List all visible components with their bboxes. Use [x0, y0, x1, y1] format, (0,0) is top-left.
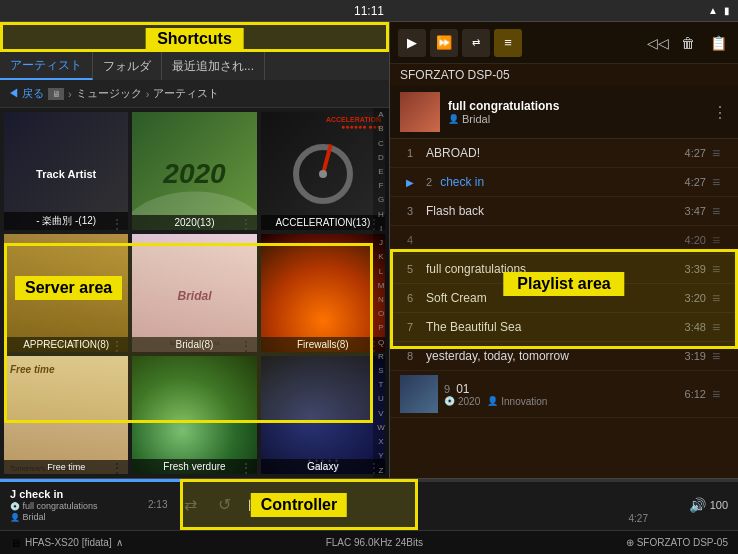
- alpha-h[interactable]: H: [378, 211, 384, 219]
- ctrl-pause-btn[interactable]: ⏸: [277, 490, 307, 520]
- track-num-5: 5: [400, 263, 420, 275]
- album-card-bridal[interactable]: Bridal full congratulations ⋮ Bridal(8): [132, 234, 256, 352]
- now-playing-artist: 👤 Bridal: [448, 113, 704, 125]
- track-num-7: 7: [400, 321, 420, 333]
- track-9-num-title: 9 01: [444, 382, 665, 396]
- track-item-6[interactable]: 6 Soft Cream 3:20 ≡: [390, 284, 738, 313]
- ctrl-time-current: 2:13: [148, 499, 167, 510]
- alpha-g[interactable]: G: [378, 196, 384, 204]
- ctrl-repeat-btn[interactable]: ↺: [209, 490, 239, 520]
- now-playing-menu[interactable]: ⋮: [712, 103, 728, 122]
- wifi-icon: ▲: [708, 5, 718, 16]
- tab-recent[interactable]: 最近追加され...: [162, 52, 265, 80]
- track-item-1[interactable]: 1 ABROAD! 4:27 ≡: [390, 139, 738, 168]
- track-title-1: ABROAD!: [426, 146, 665, 160]
- now-playing-info: full congratulations 👤 Bridal: [448, 99, 704, 125]
- ctrl-next-btn[interactable]: ⏭: [311, 490, 341, 520]
- ctrl-album-name: 💿 full congratulations: [10, 501, 140, 511]
- clipboard-icon-btn[interactable]: 📋: [706, 31, 730, 55]
- track-9-art-row: 9 01 💿 2020 👤 Innovation 6:12 ≡: [400, 375, 728, 413]
- alpha-y[interactable]: Y: [378, 452, 383, 460]
- shuffle-button[interactable]: ⇄: [462, 29, 490, 57]
- controller: J check in 💿 full congratulations 👤 Brid…: [0, 478, 738, 530]
- rewind-icon-btn[interactable]: ◁◁: [646, 31, 670, 55]
- menu-list-button[interactable]: ≡: [494, 29, 522, 57]
- album-card-freetime[interactable]: Free time Tomorrow's schedule ⋮ Free tim…: [4, 356, 128, 474]
- album-card-fresh[interactable]: ⋮ Fresh verdure: [132, 356, 256, 474]
- alpha-f[interactable]: F: [379, 182, 384, 190]
- status-bar: 🖥 HFAS-XS20 [fidata] ∧ FLAC 96.0KHz 24Bi…: [0, 530, 738, 554]
- alpha-r[interactable]: R: [378, 353, 384, 361]
- alpha-t[interactable]: T: [379, 381, 384, 389]
- status-format: FLAC 96.0KHz 24Bits: [326, 537, 423, 548]
- alpha-z[interactable]: Z: [379, 467, 384, 475]
- track-item-5[interactable]: 5 full congratulations 3:39 ≡: [390, 255, 738, 284]
- album-label-freetime: Free time: [4, 460, 128, 474]
- album-label-galaxy: Galaxy: [261, 459, 385, 474]
- alpha-j[interactable]: J: [379, 239, 383, 247]
- alpha-d[interactable]: D: [378, 154, 384, 162]
- alpha-a[interactable]: A: [378, 111, 383, 119]
- ctrl-shuffle-btn[interactable]: ⇄: [175, 490, 205, 520]
- delete-icon-btn[interactable]: 🗑: [676, 31, 700, 55]
- progress-bar[interactable]: [0, 479, 738, 482]
- alpha-u[interactable]: U: [378, 395, 384, 403]
- track-item-2[interactable]: ▶ 2 check in 4:27 ≡: [390, 168, 738, 197]
- track-menu-8[interactable]: ≡: [712, 348, 728, 364]
- status-expand-icon[interactable]: ∧: [116, 537, 123, 548]
- alpha-m[interactable]: M: [378, 282, 385, 290]
- album-card-appreciation[interactable]: APPRECIATION ⋮ APPRECIATION(8): [4, 234, 128, 352]
- alpha-k[interactable]: K: [378, 253, 383, 261]
- track-menu-5[interactable]: ≡: [712, 261, 728, 277]
- track-menu-2[interactable]: ≡: [712, 174, 728, 190]
- track-item-7[interactable]: 7 The Beautiful Sea 3:48 ≡: [390, 313, 738, 342]
- album-card-track-artist[interactable]: Track Artist ⋮ - 楽曲別 -(12): [4, 112, 128, 230]
- breadcrumb-sep-2: ›: [146, 88, 150, 100]
- progress-fill: [0, 479, 332, 482]
- alpha-c[interactable]: C: [378, 140, 384, 148]
- album-card-galaxy[interactable]: Galaxy ✦ ✦ ✦ ✦ ✦ ⋮ Galaxy: [261, 356, 385, 474]
- alpha-l[interactable]: L: [379, 268, 383, 276]
- track-item-9[interactable]: 9 01 💿 2020 👤 Innovation 6:12 ≡: [390, 371, 738, 418]
- tab-folder[interactable]: フォルダ: [93, 52, 162, 80]
- alpha-i[interactable]: I: [380, 225, 382, 233]
- playing-track-index: 2: [426, 176, 432, 188]
- ctrl-track-name: J check in: [10, 488, 140, 500]
- breadcrumb-artist[interactable]: アーティスト: [153, 86, 219, 101]
- track-menu-4[interactable]: ≡: [712, 232, 728, 248]
- alpha-q[interactable]: Q: [378, 339, 384, 347]
- track-menu-6[interactable]: ≡: [712, 290, 728, 306]
- alpha-b[interactable]: B: [378, 125, 383, 133]
- alpha-x[interactable]: X: [378, 438, 383, 446]
- alpha-e[interactable]: E: [378, 168, 383, 176]
- track-dur-5: 3:39: [671, 263, 706, 275]
- tab-artist[interactable]: アーティスト: [0, 52, 93, 80]
- track-menu-3[interactable]: ≡: [712, 203, 728, 219]
- alpha-p[interactable]: P: [378, 324, 383, 332]
- alpha-o[interactable]: O: [378, 310, 384, 318]
- album-card-firewalls[interactable]: ⋮ Firewalls(8): [261, 234, 385, 352]
- play-button[interactable]: ▶: [398, 29, 426, 57]
- album-card-accel[interactable]: ACCELERATION●●●●●● ●●● ⋮ ACCELERATION(13…: [261, 112, 385, 230]
- breadcrumb-back[interactable]: ◀ 戻る: [8, 86, 44, 101]
- track-menu-1[interactable]: ≡: [712, 145, 728, 161]
- ctrl-prev-btn[interactable]: ⏮: [243, 490, 273, 520]
- track-item-8[interactable]: 8 yesterday, today, tomorrow 3:19 ≡: [390, 342, 738, 371]
- ctrl-now-playing: J check in 💿 full congratulations 👤 Brid…: [10, 488, 140, 522]
- breadcrumb-music[interactable]: ミュージック: [76, 86, 142, 101]
- alpha-w[interactable]: W: [377, 424, 385, 432]
- track-item-3[interactable]: 3 Flash back 3:47 ≡: [390, 197, 738, 226]
- track-menu-7[interactable]: ≡: [712, 319, 728, 335]
- ctrl-time: 2:13: [148, 499, 167, 510]
- album-card-2020[interactable]: 2020 ⋮ 2020(13): [132, 112, 256, 230]
- next-track-button[interactable]: ⏩: [430, 29, 458, 57]
- alpha-n[interactable]: N: [378, 296, 384, 304]
- track-num-9: 9: [444, 383, 450, 395]
- track-item-4[interactable]: 4 4:20 ≡: [390, 226, 738, 255]
- top-bar: 11:11 ▲ ▮: [0, 0, 738, 22]
- track-title-2: check in: [440, 175, 665, 189]
- alpha-v[interactable]: V: [378, 410, 383, 418]
- ctrl-person-icon: 👤: [10, 513, 20, 522]
- track-menu-9[interactable]: ≡: [712, 386, 728, 402]
- alpha-s[interactable]: S: [378, 367, 383, 375]
